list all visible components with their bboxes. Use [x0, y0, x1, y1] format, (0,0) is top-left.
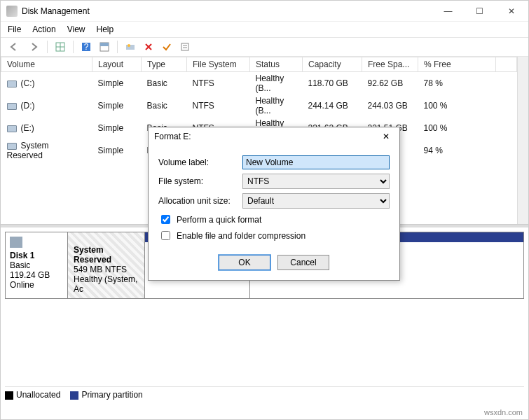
svg-point-8: [128, 44, 130, 47]
part-size: 549 MB NTFS: [74, 265, 139, 274]
check-icon[interactable]: [158, 39, 175, 55]
help-icon[interactable]: ?: [78, 39, 95, 55]
cancel-button[interactable]: Cancel: [277, 255, 329, 270]
legend-unallocated: Unallocated: [5, 390, 60, 400]
maximize-button[interactable]: ☐: [464, 1, 495, 21]
close-button[interactable]: ✕: [495, 1, 527, 21]
dialog-close-icon[interactable]: ✕: [378, 132, 394, 141]
menu-view[interactable]: View: [67, 24, 85, 34]
volume-label-lbl: Volume label:: [158, 158, 242, 167]
disk-icon: [10, 237, 22, 248]
watermark: wsxdn.com: [484, 408, 523, 416]
allocation-lbl: Allocation unit size:: [158, 196, 242, 206]
svg-rect-7: [126, 45, 135, 50]
table-header[interactable]: Volume Layout Type File System Status Ca…: [1, 57, 517, 72]
vertical-scrollbar[interactable]: [517, 57, 528, 224]
col-status[interactable]: Status: [250, 57, 303, 72]
settings-icon[interactable]: [122, 39, 139, 55]
format-dialog: Format E: ✕ Volume label: File system: N…: [148, 127, 400, 281]
properties-icon[interactable]: [177, 39, 193, 55]
menubar: File Action View Help: [1, 22, 528, 37]
delete-icon[interactable]: [140, 39, 157, 55]
col-pctfree[interactable]: % Free: [418, 57, 496, 72]
part-title: System Reserved: [74, 245, 139, 265]
svg-text:?: ?: [84, 42, 89, 52]
disk-type: Basic: [10, 260, 63, 270]
disk-name: Disk 1: [10, 251, 63, 260]
window-title: Disk Management: [22, 6, 432, 16]
dialog-title: Format E:: [154, 132, 378, 141]
svg-rect-6: [100, 43, 109, 46]
legend: Unallocated Primary partition: [5, 386, 524, 400]
disk-state: Online: [10, 280, 63, 290]
ok-button[interactable]: OK: [219, 255, 270, 270]
col-blank[interactable]: [496, 57, 517, 72]
col-free[interactable]: Free Spa...: [362, 57, 418, 72]
menu-help[interactable]: Help: [97, 24, 114, 34]
svg-rect-9: [181, 43, 188, 50]
col-layout[interactable]: Layout: [92, 57, 142, 72]
layout-icon[interactable]: [96, 39, 113, 55]
file-system-select[interactable]: NTFS: [242, 174, 390, 189]
volume-icon: [7, 103, 17, 110]
part-status: Healthy (System, Ac: [74, 274, 139, 294]
disk-info-panel[interactable]: Disk 1 Basic 119.24 GB Online: [5, 232, 68, 299]
col-capacity[interactable]: Capacity: [303, 57, 362, 72]
menu-action[interactable]: Action: [32, 24, 55, 34]
disk-size: 119.24 GB: [10, 270, 63, 280]
back-button[interactable]: [5, 39, 23, 55]
volume-label-input[interactable]: [242, 155, 390, 169]
menu-file[interactable]: File: [8, 24, 21, 34]
forward-button[interactable]: [25, 39, 43, 55]
col-type[interactable]: Type: [142, 57, 187, 72]
col-volume[interactable]: Volume: [1, 57, 92, 72]
toolbar: ?: [1, 37, 528, 57]
col-filesystem[interactable]: File System: [187, 57, 250, 72]
table-row[interactable]: (D:)SimpleBasicNTFSHealthy (B...244.14 G…: [1, 94, 517, 117]
partition-system-reserved[interactable]: System Reserved 549 MB NTFS Healthy (Sys…: [68, 232, 145, 298]
quick-format-checkbox[interactable]: [161, 215, 170, 224]
minimize-button[interactable]: —: [432, 1, 464, 21]
quick-format-label: Perform a quick format: [177, 215, 261, 225]
volume-icon: [7, 125, 17, 132]
titlebar: Disk Management — ☐ ✕: [1, 1, 528, 22]
app-icon: [6, 6, 18, 17]
volume-icon: [7, 80, 17, 88]
volume-icon: [7, 143, 17, 150]
table-row[interactable]: (C:)SimpleBasicNTFSHealthy (B...118.70 G…: [1, 72, 517, 95]
file-system-lbl: File system:: [158, 176, 242, 186]
compression-checkbox[interactable]: [161, 231, 170, 240]
grid-icon[interactable]: [52, 39, 69, 55]
legend-primary: Primary partition: [70, 390, 142, 400]
compression-label: Enable file and folder compression: [177, 231, 305, 241]
allocation-select[interactable]: Default: [242, 193, 390, 209]
